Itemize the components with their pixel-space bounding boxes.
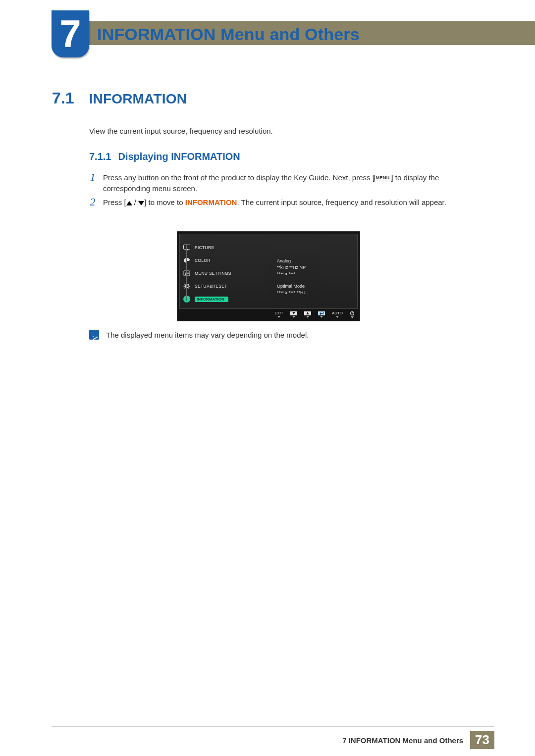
- svg-rect-1: [186, 250, 188, 251]
- section-number: 7.1: [52, 89, 74, 107]
- subsection-number: 7.1.1: [89, 151, 111, 162]
- page-number: 73: [470, 731, 494, 749]
- picture-icon: [183, 244, 191, 252]
- svg-line-12: [188, 288, 189, 289]
- subsection-title: Displaying INFORMATION: [118, 151, 240, 162]
- osd-bottom-bar: EXIT AUTO: [179, 311, 358, 318]
- chapter-number: 7: [52, 10, 89, 57]
- subsection-heading: 7.1.1 Displaying INFORMATION: [89, 151, 240, 162]
- osd-item-setup-reset: SETUP&RESET: [183, 280, 257, 293]
- osd-screenshot: PICTURE COLOR MENU SETTINGS SETUP&RESET: [177, 231, 360, 321]
- osd-btn-exit: EXIT: [274, 311, 283, 318]
- osd-info-line: **kHz **Hz NP: [277, 264, 306, 271]
- osd-btn-up: [304, 311, 311, 318]
- osd-btn-power: [350, 311, 355, 318]
- svg-rect-0: [184, 245, 190, 250]
- triangle-down-icon: [138, 201, 144, 205]
- step-2: 2 Press [ / ] to move to INFORMATION. Th…: [89, 197, 471, 208]
- svg-rect-4: [185, 273, 189, 273]
- osd-item-menu-settings: MENU SETTINGS: [183, 267, 257, 280]
- note-text: The displayed menu items may vary depend…: [106, 331, 309, 339]
- step-1-number: 1: [89, 172, 96, 182]
- note: The displayed menu items may vary depend…: [89, 330, 471, 340]
- svg-rect-5: [185, 274, 187, 275]
- chapter-title: INFORMATION Menu and Others: [97, 25, 360, 44]
- chevron-down-icon: [351, 316, 354, 318]
- step-2-text-b: ] to move to: [144, 198, 185, 206]
- note-icon: [89, 330, 99, 340]
- osd-panel: PICTURE COLOR MENU SETTINGS SETUP&RESET: [179, 234, 358, 309]
- button-face: [304, 311, 311, 315]
- svg-line-13: [188, 284, 189, 285]
- osd-item-label: PICTURE: [195, 245, 214, 250]
- step-2-number: 2: [89, 197, 96, 207]
- footer-divider: [52, 726, 494, 727]
- osd-item-picture: PICTURE: [183, 241, 257, 254]
- osd-item-information: i INFORMATION: [183, 293, 257, 305]
- svg-line-14: [185, 288, 186, 289]
- chevron-down-icon: [320, 316, 323, 318]
- step-2-highlight: INFORMATION: [185, 198, 237, 206]
- svg-rect-3: [185, 272, 189, 272]
- power-icon: [350, 311, 355, 316]
- chevron-down-icon: [336, 316, 339, 318]
- step-1: 1 Press any button on the front of the p…: [89, 172, 471, 194]
- osd-info-line: Optimal Mode: [277, 283, 306, 290]
- button-face: [318, 311, 325, 315]
- osd-btn-label: EXIT: [274, 311, 283, 315]
- osd-btn-label: AUTO: [332, 311, 343, 315]
- gear-icon: [183, 282, 191, 290]
- section-title: INFORMATION: [89, 91, 187, 107]
- osd-btn-enter: [318, 311, 325, 318]
- osd-btn-down: [290, 311, 297, 318]
- page-footer: 7 INFORMATION Menu and Others 73: [0, 726, 535, 756]
- osd-item-label: SETUP&RESET: [195, 284, 227, 289]
- menu-button-label: MENU: [374, 175, 391, 181]
- palette-icon: [183, 256, 191, 264]
- svg-line-11: [185, 284, 186, 285]
- osd-info-line: Analog: [277, 258, 306, 264]
- step-2-text-c: . The current input source, frequency an…: [237, 198, 446, 206]
- step-1-text-a: Press any button on the front of the pro…: [103, 173, 374, 182]
- triangle-up-icon: [126, 201, 132, 205]
- info-icon: i: [183, 295, 191, 303]
- osd-btn-auto: AUTO: [332, 311, 343, 318]
- chevron-down-icon: [306, 316, 309, 318]
- step-2-text-a: Press [: [103, 198, 126, 206]
- section-intro: View the current input source, frequency…: [89, 127, 273, 135]
- menu-settings-icon: [183, 269, 191, 277]
- chapter-badge: 7: [52, 10, 89, 57]
- section-heading: 7.1 INFORMATION: [52, 89, 187, 107]
- footer-text: 7 INFORMATION Menu and Others: [342, 736, 463, 745]
- osd-item-label: INFORMATION: [195, 297, 228, 302]
- osd-info-panel: Analog **kHz **Hz NP **** x **** Optimal…: [277, 258, 306, 296]
- chevron-down-icon: [277, 316, 280, 318]
- button-face: [290, 311, 297, 315]
- svg-point-6: [185, 285, 188, 288]
- step-1-body: Press any button on the front of the pro…: [103, 172, 471, 194]
- osd-info-line: **** x **** **Hz: [277, 290, 306, 296]
- osd-menu-list: PICTURE COLOR MENU SETTINGS SETUP&RESET: [183, 241, 257, 305]
- osd-item-label: COLOR: [195, 258, 211, 263]
- osd-item-label: MENU SETTINGS: [195, 271, 231, 276]
- chevron-down-icon: [292, 316, 295, 318]
- step-2-body: Press [ / ] to move to INFORMATION. The …: [103, 197, 446, 208]
- osd-item-color: COLOR: [183, 254, 257, 267]
- osd-info-line: **** x ****: [277, 271, 306, 277]
